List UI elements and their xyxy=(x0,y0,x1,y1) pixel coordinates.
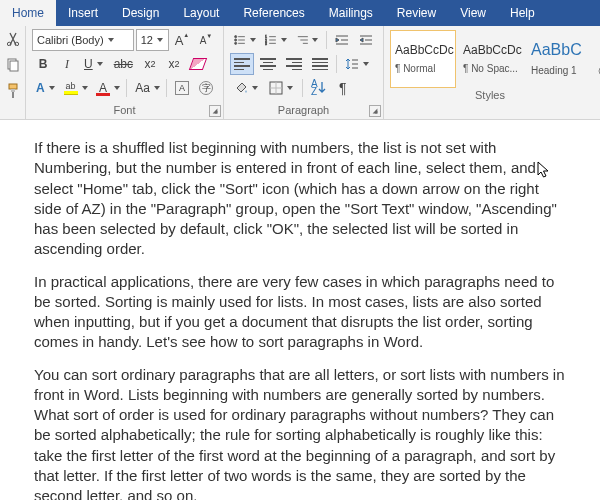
align-center-icon xyxy=(260,57,276,71)
ribbon-tabs: Home Insert Design Layout References Mai… xyxy=(0,0,600,26)
paragraph-group-label: Paragraph xyxy=(224,103,383,119)
highlight-button[interactable]: ab xyxy=(60,77,90,99)
bold-button[interactable]: B xyxy=(32,53,54,75)
tell-me-button[interactable] xyxy=(596,26,600,119)
document-body[interactable]: If there is a shuffled list beginning wi… xyxy=(0,120,600,500)
change-case-button[interactable]: Aa xyxy=(131,77,162,99)
numbering-button[interactable]: 123 xyxy=(261,29,290,51)
multilevel-list-button[interactable] xyxy=(293,29,322,51)
style-heading-1[interactable]: AaBbC Heading 1 xyxy=(526,30,592,88)
highlighter-icon xyxy=(64,91,78,95)
chevron-down-icon xyxy=(362,60,370,68)
borders-icon xyxy=(269,81,283,95)
align-left-button[interactable] xyxy=(230,53,254,75)
paragraph-2: In practical applications, there are ver… xyxy=(34,272,570,353)
font-group-launcher[interactable] xyxy=(209,105,221,117)
borders-button[interactable] xyxy=(265,77,298,99)
font-color-button[interactable]: A xyxy=(92,77,122,99)
italic-button[interactable]: I xyxy=(56,53,78,75)
tab-layout[interactable]: Layout xyxy=(171,0,231,26)
style-normal[interactable]: AaBbCcDc ¶ Normal xyxy=(390,30,456,88)
align-right-button[interactable] xyxy=(282,53,306,75)
tab-help[interactable]: Help xyxy=(498,0,547,26)
cut-button[interactable] xyxy=(2,30,24,48)
tab-insert[interactable]: Insert xyxy=(56,0,110,26)
align-right-icon xyxy=(286,57,302,71)
chevron-down-icon xyxy=(81,84,86,92)
chevron-down-icon xyxy=(311,36,318,44)
tab-review[interactable]: Review xyxy=(385,0,448,26)
underline-button[interactable]: U xyxy=(80,53,108,75)
svg-marker-23 xyxy=(336,38,339,42)
svg-point-7 xyxy=(235,36,237,38)
lightbulb-icon xyxy=(596,66,600,80)
copy-button[interactable] xyxy=(2,56,24,74)
style-preview: AaBbC xyxy=(531,41,582,59)
strikethrough-button[interactable]: abc xyxy=(110,53,137,75)
separator xyxy=(326,31,327,49)
paint-bucket-icon xyxy=(234,81,248,95)
show-hide-button[interactable]: ¶ xyxy=(332,77,354,99)
tab-home[interactable]: Home xyxy=(0,0,56,26)
separator xyxy=(336,55,337,73)
tab-design[interactable]: Design xyxy=(110,0,171,26)
style-preview: AaBbCcDc xyxy=(463,43,522,57)
chevron-down-icon xyxy=(249,36,256,44)
superscript-button[interactable]: x2 xyxy=(163,53,185,75)
styles-gallery: AaBbCcDc ¶ Normal AaBbCcDc ¶ No Spac... … xyxy=(384,26,596,88)
paragraph-group: 123 xyxy=(224,26,384,119)
tab-view[interactable]: View xyxy=(448,0,498,26)
svg-point-11 xyxy=(235,42,237,44)
style-name: ¶ No Spac... xyxy=(463,63,518,74)
svg-rect-6 xyxy=(12,92,14,98)
style-preview: AaBbCcDc xyxy=(395,43,454,57)
ribbon: Calibri (Body) 12 A▲ A▼ B I U abc xyxy=(0,26,600,120)
tab-references[interactable]: References xyxy=(231,0,316,26)
style-no-spacing[interactable]: AaBbCcDc ¶ No Spac... xyxy=(458,30,524,88)
chevron-down-icon xyxy=(107,36,115,44)
sort-button[interactable]: AZ xyxy=(307,77,330,99)
chevron-down-icon xyxy=(286,84,294,92)
shrink-font-button[interactable]: A▼ xyxy=(195,29,217,51)
chevron-down-icon xyxy=(96,60,104,68)
clear-formatting-button[interactable] xyxy=(187,53,209,75)
align-justify-button[interactable] xyxy=(308,53,332,75)
paragraph-group-launcher[interactable] xyxy=(369,105,381,117)
align-left-icon xyxy=(234,57,250,71)
shading-button[interactable] xyxy=(230,77,263,99)
tab-mailings[interactable]: Mailings xyxy=(317,0,385,26)
align-center-button[interactable] xyxy=(256,53,280,75)
align-justify-icon xyxy=(312,57,328,71)
svg-text:3: 3 xyxy=(265,42,267,46)
decrease-indent-button[interactable] xyxy=(331,29,353,51)
style-name: ¶ Normal xyxy=(395,63,435,74)
increase-indent-button[interactable] xyxy=(355,29,377,51)
paragraph-3: You can sort ordinary paragraphs that ar… xyxy=(34,365,570,501)
grow-font-button[interactable]: A▲ xyxy=(171,29,193,51)
chevron-down-icon xyxy=(251,84,259,92)
text-effects-button[interactable]: A xyxy=(32,77,58,99)
svg-rect-4 xyxy=(9,84,17,89)
subscript-button[interactable]: x2 xyxy=(139,53,161,75)
separator xyxy=(126,79,127,97)
enclose-char-button[interactable]: 字 xyxy=(195,77,217,99)
svg-rect-5 xyxy=(11,89,15,92)
bullets-button[interactable] xyxy=(230,29,259,51)
eraser-icon xyxy=(189,58,207,70)
svg-marker-27 xyxy=(360,38,363,42)
chevron-down-icon xyxy=(156,36,164,44)
font-group: Calibri (Body) 12 A▲ A▼ B I U abc xyxy=(26,26,224,119)
line-spacing-button[interactable] xyxy=(341,53,374,75)
font-size-value: 12 xyxy=(141,34,153,46)
font-name-value: Calibri (Body) xyxy=(37,34,104,46)
separator xyxy=(302,79,303,97)
chevron-down-icon xyxy=(280,36,287,44)
style-name: Heading 1 xyxy=(531,65,577,76)
font-name-select[interactable]: Calibri (Body) xyxy=(32,29,134,51)
font-group-label: Font xyxy=(26,103,223,119)
format-painter-button[interactable] xyxy=(2,82,24,100)
font-size-select[interactable]: 12 xyxy=(136,29,169,51)
paragraph-1: If there is a shuffled list beginning wi… xyxy=(34,138,570,260)
separator xyxy=(166,79,167,97)
char-shading-button[interactable]: A xyxy=(171,77,193,99)
